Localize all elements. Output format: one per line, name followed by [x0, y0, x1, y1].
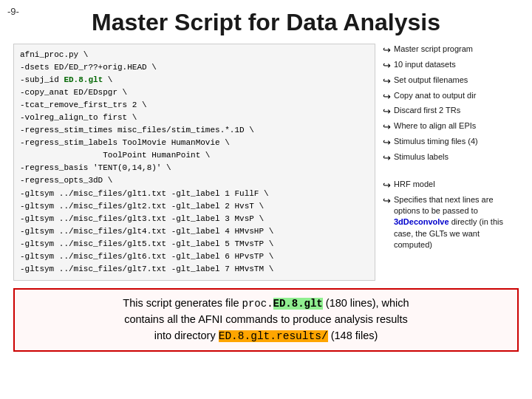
code-line-1: afni_proc.py \ — [20, 50, 88, 59]
slide: -9- Master Script for Data Analysis afni… — [0, 0, 532, 399]
bottom-code-1: proc. — [242, 298, 273, 310]
bottom-text-line1: This script generates file proc.ED.8.glt… — [123, 297, 409, 309]
annotation-6: ↪ Where to align all EPIs — [383, 120, 519, 134]
annotation-2: ↪ 10 input datasets — [383, 59, 519, 73]
code-line-4: -copy_anat ED/EDspgr \ — [20, 88, 127, 97]
code-line-8: -regress_stim_labels ToolMovie HumanMovi… — [20, 138, 230, 147]
arrow-icon-4: ↪ — [383, 90, 391, 104]
arrow-icon-8: ↪ — [383, 151, 391, 166]
annotation-text-6: Where to align all EPIs — [394, 120, 519, 132]
arrow-icon-2: ↪ — [383, 59, 391, 73]
bottom-text-5: (148 files) — [328, 330, 378, 341]
code-line-18: -gltsym ../misc_files/glt7.txt -glt_labe… — [20, 265, 273, 273]
slide-number: -9- — [7, 6, 19, 17]
bottom-code-3: ED.8.glt.results/ — [219, 330, 328, 342]
annotation-text-1: Master script program — [394, 44, 519, 55]
annotation-text-9: HRF model — [394, 179, 519, 191]
bottom-code-proc: proc.ED.8.glt — [242, 298, 323, 310]
annotation-9: ↪ HRF model — [383, 179, 519, 193]
bottom-box: This script generates file proc.ED.8.glt… — [13, 288, 519, 352]
annotation-text-5: Discard first 2 TRs — [394, 105, 519, 117]
code-line-17: -gltsym ../misc_files/glt6.txt -glt_labe… — [20, 252, 273, 261]
annotation-text-2: 10 input datasets — [394, 59, 519, 71]
arrow-icon-3: ↪ — [383, 75, 391, 89]
arrow-icon-9: ↪ — [383, 179, 391, 193]
content-area: afni_proc.py \ -dsets ED/ED_r??+orig.HEA… — [13, 44, 519, 281]
deconvolve-label: 3dDeconvolve — [394, 217, 449, 226]
arrow-icon-5: ↪ — [383, 105, 391, 119]
code-line-14: -gltsym ../misc_files/glt3.txt -glt_labe… — [20, 214, 264, 223]
bottom-text-line3: into directory ED.8.glt.results/ (148 fi… — [154, 330, 378, 341]
annotation-text-8: Stimulus labels — [394, 151, 519, 163]
annotation-text-4: Copy anat to output dir — [394, 90, 519, 102]
annotation-5: ↪ Discard first 2 TRs — [383, 105, 519, 119]
bottom-text-4: into directory — [154, 330, 219, 341]
annotation-4: ↪ Copy anat to output dir — [383, 90, 519, 104]
bottom-code-2: ED.8.glt — [273, 298, 323, 310]
arrow-icon-10: ↪ — [383, 194, 391, 208]
annotation-text-7: Stimulus timing files (4) — [394, 136, 519, 148]
annotations-panel: ↪ Master script program ↪ 10 input datas… — [383, 44, 519, 281]
code-line-12: -gltsym ../misc_files/glt1.txt -glt_labe… — [20, 189, 269, 198]
code-line-15: -gltsym ../misc_files/glt4.txt -glt_labe… — [20, 227, 273, 236]
code-line-5: -tcat_remove_first_trs 2 \ — [20, 100, 147, 109]
arrow-icon-6: ↪ — [383, 120, 391, 134]
code-line-6: -volreg_align_to first \ — [20, 113, 137, 122]
code-line-13: -gltsym ../misc_files/glt2.txt -glt_labe… — [20, 202, 264, 211]
annotation-8: ↪ Stimulus labels — [383, 151, 519, 166]
code-line-16: -gltsym ../misc_files/glt5.txt -glt_labe… — [20, 239, 273, 248]
page-title: Master Script for Data Analysis — [13, 9, 519, 36]
code-line-11: -regress_opts_3dD \ — [20, 176, 112, 185]
annotation-3: ↪ Set output filenames — [383, 75, 519, 89]
arrow-icon-1: ↪ — [383, 44, 391, 58]
code-line-2: -dsets ED/ED_r??+orig.HEAD \ — [20, 63, 157, 72]
annotation-1: ↪ Master script program — [383, 44, 519, 58]
annotation-7: ↪ Stimulus timing files (4) — [383, 136, 519, 150]
code-line-9: ToolPoint HumanPoint \ — [20, 151, 210, 160]
code-line-7: -regress_stim_times misc_files/stim_time… — [20, 126, 254, 134]
code-line-10: -regress_basis 'TENT(0,14,8)' \ — [20, 163, 171, 172]
code-block: afni_proc.py \ -dsets ED/ED_r??+orig.HEA… — [13, 44, 375, 281]
annotation-text-10: Specifies that next lines are options to… — [394, 194, 519, 251]
spacer-1 — [383, 167, 519, 177]
bottom-text-2: (180 lines), which — [323, 297, 409, 309]
annotation-text-3: Set output filenames — [394, 75, 519, 86]
annotation-10: ↪ Specifies that next lines are options … — [383, 194, 519, 251]
bottom-text-1: This script generates file — [123, 297, 242, 309]
arrow-icon-7: ↪ — [383, 136, 391, 150]
code-line-3: -subj_id ED.8.glt \ — [20, 75, 112, 84]
bottom-text-line2: contains all the AFNI commands to produc… — [124, 313, 408, 325]
